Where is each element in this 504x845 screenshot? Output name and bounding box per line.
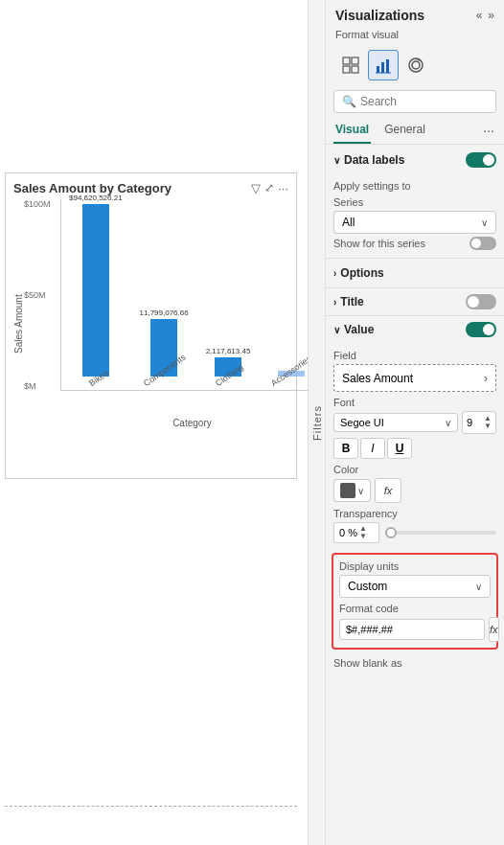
svg-rect-4 [377,66,379,73]
format-code-row: fx [339,617,491,642]
display-units-value: Custom [348,580,387,593]
filters-label: Filters [311,405,323,441]
data-labels-section-header[interactable]: ∨ Data labels [326,148,504,171]
transparency-value: 0 % [339,527,357,538]
font-size-down[interactable]: ▼ [484,422,492,430]
color-label: Color [333,464,496,475]
svg-rect-3 [352,66,358,73]
series-value: All [342,216,355,229]
transparency-slider-thumb[interactable] [385,527,397,538]
filter-icon[interactable]: ▽ [251,181,261,195]
font-family-dropdown[interactable]: Segoe UI ∨ [333,413,458,432]
underline-button[interactable]: U [387,438,412,459]
chevron-right-icon[interactable]: » [488,9,494,22]
show-blank-as-label: Show blank as [326,653,504,673]
font-size-value: 9 [467,417,472,428]
viz-type-row [326,46,504,84]
svg-rect-0 [343,57,350,64]
value-section-header[interactable]: ∨ Value [326,318,504,341]
italic-button[interactable]: I [360,438,385,459]
svg-rect-6 [386,59,389,73]
search-bar[interactable]: 🔍 [333,90,496,113]
bold-button[interactable]: B [333,438,358,459]
transparency-input-box[interactable]: 0 % ▲ ▼ [333,522,379,543]
value-toggle[interactable] [466,322,496,337]
chart-title-row: Sales Amount by Category ▽ ⤢ ··· [13,181,288,195]
font-family-value: Segoe UI [340,417,384,428]
bar-value-bikes: $94,620,526.21 [69,194,123,202]
apply-settings-label: Apply settings to [333,180,496,192]
color-swatch-box[interactable]: ∨ [333,479,371,502]
field-label: Field [333,350,496,361]
series-dropdown[interactable]: All ∨ [333,211,496,234]
search-icon: 🔍 [342,95,356,108]
title-chevron: › [333,297,336,308]
transparency-row: 0 % ▲ ▼ [333,522,496,543]
title-toggle[interactable] [466,294,496,309]
data-labels-chevron: ∨ [333,155,340,166]
expand-icon[interactable]: ⤢ [264,181,274,195]
show-for-series-circle [471,239,481,248]
show-for-series-row: Show for this series [333,237,496,250]
tab-visual[interactable]: Visual [333,119,371,144]
title-toggle-circle [468,296,479,308]
apply-settings-subsection: Apply settings to Series All ∨ Show for … [326,171,504,256]
viz-icon-donut[interactable] [401,50,431,80]
bar-group-bikes: $94,620,526.21 Bikes [69,194,123,390]
format-buttons: B I U [333,438,496,459]
transparency-arrows[interactable]: ▲ ▼ [359,525,367,540]
display-units-arrow: ∨ [475,582,482,592]
chart-container: Sales Amount by Category ▽ ⤢ ··· Sales A… [5,172,297,479]
field-box[interactable]: Sales Amount › [333,364,496,392]
font-row: Segoe UI ∨ 9 ▲ ▼ [333,411,496,434]
series-dropdown-arrow: ∨ [481,217,488,228]
format-code-fx-button[interactable]: fx [489,617,499,642]
value-label: Value [344,323,374,336]
viz-icon-bar-chart[interactable] [368,50,399,80]
divider-2 [326,287,504,288]
bar-group-clothing: 2,117,613.45 Clothing [206,347,251,390]
data-labels-toggle[interactable] [466,152,496,168]
display-units-dropdown[interactable]: Custom ∨ [339,575,491,598]
title-section-header[interactable]: › Title [326,290,504,313]
options-section-header[interactable]: › Options [326,261,504,285]
font-size-arrows[interactable]: ▲ ▼ [484,415,492,430]
transparency-slider-track[interactable] [385,531,496,535]
color-fx-button[interactable]: fx [375,478,401,503]
display-units-section: Display units Custom ∨ Format code fx [332,553,498,650]
value-toggle-circle [483,324,494,335]
viz-header: Visualizations « » [326,0,504,27]
bar-bikes [82,204,109,377]
field-arrow-icon: › [484,371,488,385]
tab-more-icon[interactable]: ··· [481,119,496,144]
series-label: Series [333,196,496,208]
bar-group-components: 11,799,076.66 Components [138,308,191,390]
y-tick-50m: $50M [24,290,57,300]
format-visual-label: Format visual [326,27,504,46]
value-chevron: ∨ [333,325,340,335]
y-tick-100m: $100M [24,199,57,209]
font-size-box[interactable]: 9 ▲ ▼ [462,411,496,434]
color-dropdown-arrow: ∨ [357,486,364,496]
y-axis-label: Sales Amount [13,199,24,448]
viz-icon-grid[interactable] [335,50,366,80]
options-label: Options [340,266,383,280]
divider-1 [326,258,504,259]
bar-value-components: 11,799,076.66 [140,308,189,317]
show-for-series-toggle[interactable] [470,237,496,250]
tab-general[interactable]: General [382,119,427,144]
chevron-left-icon[interactable]: « [476,9,483,22]
format-code-input[interactable] [339,619,485,640]
x-axis-title: Category [60,418,324,428]
search-input[interactable] [360,95,488,108]
format-code-label: Format code [339,603,491,614]
more-options-icon[interactable]: ··· [278,181,288,195]
font-dropdown-arrow: ∨ [445,418,451,428]
chart-area: Sales Amount $100M $50M $M $94,620,526.2… [13,199,288,448]
value-header-left: ∨ Value [333,323,374,336]
y-axis-values: $100M $50M $M [24,199,57,391]
tabs-row: Visual General ··· [326,119,504,145]
bar-label-accessories: Accessories [269,354,312,388]
filters-strip[interactable]: Filters [308,0,325,845]
transparency-down[interactable]: ▼ [359,533,367,540]
